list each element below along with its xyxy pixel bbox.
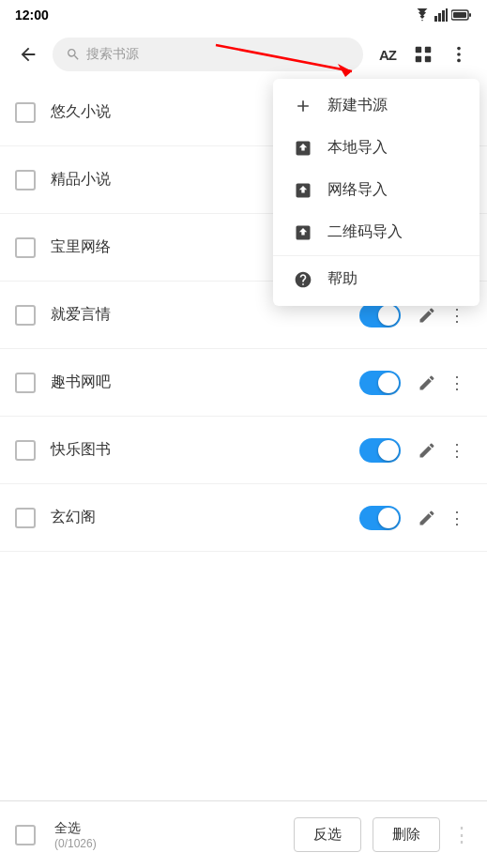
edit-icon bbox=[418, 509, 436, 527]
svg-rect-8 bbox=[425, 47, 431, 53]
dropdown-item-help[interactable]: 帮助 bbox=[273, 258, 479, 300]
toggle-jiuai[interactable] bbox=[359, 303, 401, 327]
edit-button-kuaile[interactable] bbox=[412, 435, 442, 465]
checkbox-qushu[interactable] bbox=[15, 373, 36, 393]
svg-rect-7 bbox=[416, 47, 421, 53]
dropdown-item-new[interactable]: 新建书源 bbox=[273, 84, 479, 127]
more-button-qushu[interactable]: ⋮ bbox=[442, 368, 472, 398]
search-box[interactable]: 搜索书源 bbox=[53, 38, 363, 71]
edit-button-qushu[interactable] bbox=[412, 368, 442, 398]
top-bar: 搜索书源 AZ bbox=[0, 30, 487, 79]
edit-icon bbox=[418, 441, 436, 460]
grid-icon bbox=[413, 44, 434, 65]
wifi-icon bbox=[414, 8, 431, 22]
svg-rect-2 bbox=[442, 10, 445, 22]
edit-button-xuanhuan[interactable] bbox=[412, 503, 442, 533]
checkbox-baoli[interactable] bbox=[15, 237, 36, 258]
status-time: 12:00 bbox=[15, 8, 49, 23]
bottom-bar: 全选 (0/1026) 反选 删除 ⋮ bbox=[0, 800, 487, 868]
dropdown-label-network: 网络导入 bbox=[327, 180, 388, 200]
svg-point-11 bbox=[457, 47, 461, 51]
dropdown-label-local: 本地导入 bbox=[327, 138, 388, 158]
svg-point-12 bbox=[457, 53, 461, 56]
edit-icon bbox=[418, 306, 436, 325]
search-placeholder: 搜索书源 bbox=[86, 46, 139, 63]
item-title-qushu: 趣书网吧 bbox=[51, 373, 359, 392]
svg-point-13 bbox=[457, 59, 461, 63]
qrcode-import-icon bbox=[292, 223, 314, 242]
svg-rect-10 bbox=[425, 56, 431, 62]
toggle-xuanhuan[interactable] bbox=[359, 506, 401, 530]
grid-button[interactable] bbox=[406, 38, 440, 71]
dropdown-divider bbox=[273, 255, 479, 256]
svg-rect-9 bbox=[416, 56, 421, 62]
status-icons bbox=[414, 8, 472, 22]
select-all-area: 全选 (0/1026) bbox=[54, 820, 97, 850]
dropdown-label-help: 帮助 bbox=[327, 269, 358, 289]
item-title-jiuai: 就爱言情 bbox=[51, 305, 359, 325]
bottom-more-button[interactable]: ⋮ bbox=[451, 823, 472, 847]
list-item: 玄幻阁 ⋮ bbox=[0, 484, 487, 552]
edit-icon bbox=[418, 373, 436, 392]
reverse-select-button[interactable]: 反选 bbox=[294, 817, 361, 852]
status-bar: 12:00 bbox=[0, 0, 487, 30]
svg-rect-0 bbox=[434, 16, 437, 22]
more-button-xuanhuan[interactable]: ⋮ bbox=[442, 503, 472, 533]
back-button[interactable] bbox=[11, 38, 45, 71]
back-icon bbox=[18, 44, 38, 65]
dropdown-item-network[interactable]: 网络导入 bbox=[273, 169, 479, 211]
more-button-kuaile[interactable]: ⋮ bbox=[442, 435, 472, 465]
help-icon bbox=[292, 270, 314, 289]
item-title-kuaile: 快乐图书 bbox=[51, 440, 359, 460]
dropdown-menu: 新建书源 本地导入 网络导入 二维码导入 帮助 bbox=[273, 79, 479, 306]
local-import-icon bbox=[292, 139, 314, 158]
dropdown-item-qrcode[interactable]: 二维码导入 bbox=[273, 211, 479, 253]
item-title-xuanhuan: 玄幻阁 bbox=[51, 508, 359, 527]
svg-rect-1 bbox=[438, 13, 441, 22]
list-item: 快乐图书 ⋮ bbox=[0, 417, 487, 484]
more-menu-button[interactable] bbox=[442, 38, 476, 71]
toggle-kuaile[interactable] bbox=[359, 438, 401, 463]
more-icon bbox=[449, 44, 469, 65]
checkbox-youjiu[interactable] bbox=[15, 102, 36, 123]
search-icon bbox=[66, 47, 81, 62]
checkbox-jiuai[interactable] bbox=[15, 305, 36, 326]
toggle-qushu[interactable] bbox=[359, 371, 401, 395]
svg-rect-5 bbox=[469, 13, 471, 17]
svg-rect-6 bbox=[453, 12, 466, 18]
delete-button[interactable]: 删除 bbox=[373, 817, 440, 852]
top-actions: AZ bbox=[371, 38, 476, 71]
checkbox-xuanhuan[interactable] bbox=[15, 508, 36, 528]
battery-icon bbox=[451, 9, 472, 21]
list-item: 趣书网吧 ⋮ bbox=[0, 349, 487, 417]
select-all-count: (0/1026) bbox=[54, 837, 97, 850]
checkbox-kuaile[interactable] bbox=[15, 440, 36, 461]
dropdown-item-local[interactable]: 本地导入 bbox=[273, 127, 479, 169]
select-all-label: 全选 bbox=[54, 820, 81, 837]
svg-rect-3 bbox=[446, 8, 448, 22]
plus-icon bbox=[292, 97, 314, 115]
checkbox-select-all[interactable] bbox=[15, 825, 36, 845]
checkbox-jingpin[interactable] bbox=[15, 170, 36, 190]
az-sort-button[interactable]: AZ bbox=[371, 38, 404, 71]
dropdown-label-qrcode: 二维码导入 bbox=[327, 222, 403, 242]
network-import-icon bbox=[292, 181, 314, 200]
az-label: AZ bbox=[379, 47, 396, 63]
signal-icon bbox=[434, 8, 448, 22]
dropdown-label-new: 新建书源 bbox=[327, 96, 388, 115]
